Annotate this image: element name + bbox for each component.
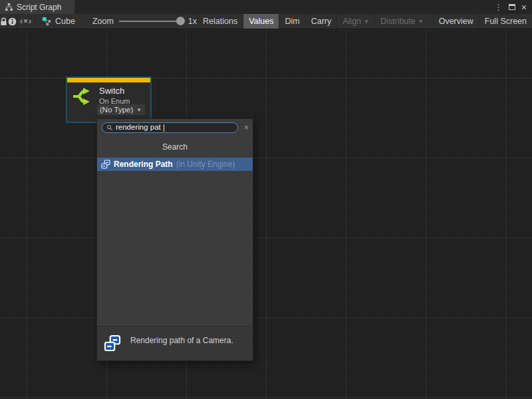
chevron-down-icon: ▼	[136, 107, 142, 113]
switch-node[interactable]: Switch On Enum (No Type) ▼	[66, 76, 152, 123]
distribute-button[interactable]: Distribute ▼	[374, 14, 429, 29]
code-icon: ‹×›	[20, 17, 32, 26]
result-context: (in Unity Engine)	[176, 160, 235, 169]
zoom-control: Zoom 1x	[92, 14, 197, 29]
code-view-button[interactable]: ‹×›	[17, 14, 35, 29]
values-label: Values	[249, 17, 273, 26]
relations-button[interactable]: Relations	[197, 14, 243, 29]
lock-button[interactable]	[0, 14, 8, 29]
zoom-slider-track	[119, 21, 183, 22]
search-icon	[106, 124, 113, 131]
graph-target-label: Cube	[55, 17, 75, 26]
search-result-row[interactable]: Rendering Path (in Unity Engine)	[97, 158, 253, 171]
results-empty-area	[97, 171, 253, 326]
zoom-value: 1x	[188, 17, 197, 26]
node-type-dropdown[interactable]: (No Type) ▼	[97, 104, 145, 115]
fuzzy-finder-popup: rendering pat × Search Rendering Path (i…	[96, 118, 253, 361]
switch-branch-icon	[72, 88, 94, 105]
zoom-slider[interactable]	[119, 17, 183, 26]
dim-label: Dim	[285, 17, 299, 26]
zoom-slider-handle[interactable]	[176, 17, 185, 25]
info-icon	[8, 17, 17, 26]
full-screen-button[interactable]: Full Screen	[479, 14, 532, 29]
overview-button[interactable]: Overview	[433, 14, 479, 29]
graph-toolbar: ‹×› Cube Zoom 1x Relations Values	[0, 14, 532, 29]
distribute-label: Distribute	[380, 17, 416, 26]
node-title: Switch	[99, 86, 130, 96]
align-button[interactable]: Align ▼	[336, 14, 374, 29]
overview-label: Overview	[439, 17, 473, 26]
node-type-value: (No Type)	[100, 106, 133, 114]
chevron-down-icon: ▼	[364, 19, 369, 25]
graph-nodes-icon	[42, 17, 51, 26]
full-screen-label: Full Screen	[485, 17, 527, 26]
carry-button[interactable]: Carry	[305, 14, 337, 29]
relations-label: Relations	[203, 17, 237, 26]
clear-search-icon[interactable]: ×	[244, 124, 249, 132]
enum-icon	[101, 160, 110, 169]
script-graph-icon	[5, 3, 13, 11]
tab-bar: Script Graph ⋮ ×	[0, 0, 532, 14]
chevron-down-icon: ▼	[418, 19, 424, 25]
search-row: rendering pat ×	[97, 119, 253, 136]
search-input[interactable]: rendering pat	[102, 122, 238, 133]
enum-icon	[104, 334, 121, 352]
search-section-header: Search	[97, 136, 253, 158]
values-button[interactable]: Values	[243, 14, 279, 29]
result-description-footer: Rendering path of a Camera.	[97, 326, 253, 360]
carry-label: Carry	[311, 17, 332, 26]
close-icon[interactable]: ×	[521, 3, 527, 12]
window-controls: ⋮ ×	[495, 0, 532, 14]
tab-title: Script Graph	[17, 3, 61, 12]
dim-button[interactable]: Dim	[279, 14, 305, 29]
tab-script-graph[interactable]: Script Graph	[0, 0, 74, 14]
text-caret	[164, 124, 164, 132]
toolbar-toggles: Relations Values Dim Carry Align ▼ Distr…	[197, 14, 532, 29]
node-warning-bar	[67, 78, 150, 82]
zoom-label: Zoom	[92, 17, 114, 26]
search-query: rendering pat	[116, 124, 161, 132]
info-button[interactable]	[8, 14, 17, 29]
graph-target-button[interactable]: Cube	[35, 14, 83, 29]
script-graph-window: Script Graph ⋮ × ‹×›	[0, 0, 532, 399]
maximize-icon[interactable]	[509, 4, 515, 10]
result-name: Rendering Path	[114, 160, 173, 169]
align-label: Align	[342, 17, 361, 26]
window-menu-icon[interactable]: ⋮	[495, 3, 503, 11]
result-description: Rendering path of a Camera.	[130, 334, 233, 360]
lock-icon	[0, 17, 7, 26]
